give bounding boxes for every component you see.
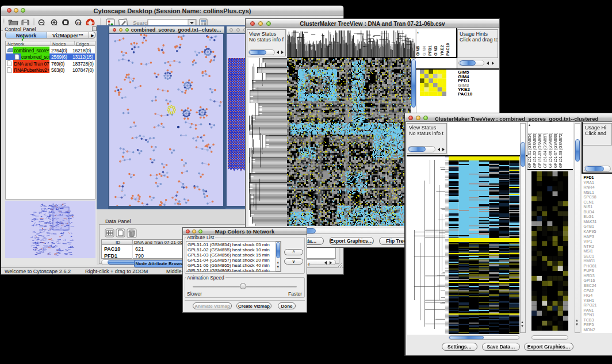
svg-text:1:1: 1:1 — [76, 21, 81, 25]
